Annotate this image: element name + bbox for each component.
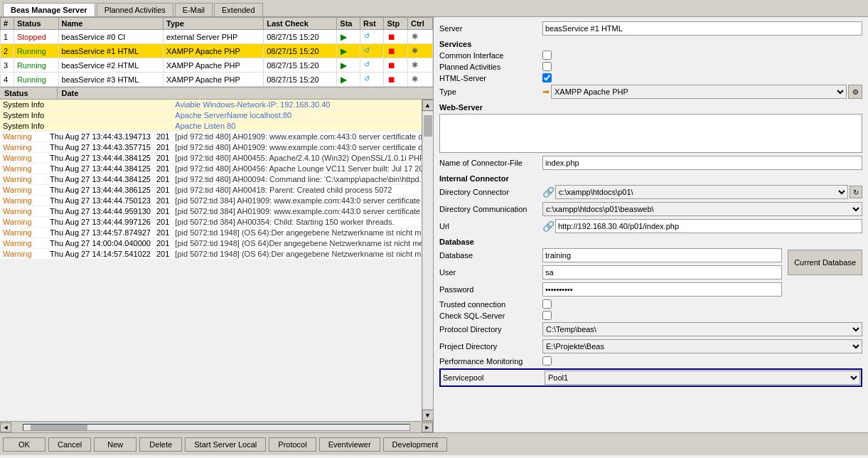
- delete-button[interactable]: Delete: [139, 437, 182, 452]
- tab-extended[interactable]: Extended: [214, 3, 262, 16]
- dir-connector-label: Directory Connector: [439, 188, 542, 196]
- log-area: Status Date System Info Aviable Windows-…: [0, 87, 433, 432]
- dir-communication-label: Directory Communication: [439, 205, 542, 213]
- wrench-icon[interactable]: ✱: [412, 60, 422, 70]
- list-item: Warning Thu Aug 27 13:44:44.750123 201 […: [0, 196, 422, 206]
- tab-beas-manage[interactable]: Beas Manage Server: [3, 3, 95, 16]
- project-dir-select[interactable]: E:\Projekte\Beas: [542, 339, 862, 353]
- restart-icon[interactable]: ↺: [364, 32, 374, 42]
- col-status: Status: [14, 18, 58, 30]
- eventviewer-button[interactable]: Eventviewer: [319, 437, 380, 452]
- tab-email[interactable]: E-Mail: [175, 3, 213, 16]
- services-title: Services: [439, 40, 862, 48]
- table-row[interactable]: 1 Stopped beasService #0 CI external Ser…: [1, 30, 433, 44]
- list-item: System Info Aviable Windows-Network-IP: …: [0, 100, 422, 110]
- table-row[interactable]: 3 Running beasService #2 HTML XAMPP Apac…: [1, 58, 433, 73]
- tab-planned[interactable]: Planned Activities: [97, 3, 173, 16]
- wrench-icon[interactable]: ✱: [412, 46, 422, 56]
- restart-icon[interactable]: ↺: [364, 60, 374, 70]
- col-sta: Sta: [337, 18, 360, 30]
- database-label: Database: [439, 251, 542, 260]
- start-icon[interactable]: ▶: [341, 75, 350, 85]
- check-sql-row: Check SQL-Server: [439, 311, 782, 320]
- cancel-button[interactable]: Cancel: [48, 437, 91, 452]
- restart-icon[interactable]: ↺: [364, 46, 374, 56]
- planned-activities-checkbox[interactable]: [542, 62, 552, 71]
- vertical-scrollbar[interactable]: ▲ ▼: [422, 100, 433, 421]
- type-label: Type: [439, 87, 542, 96]
- start-icon[interactable]: ▶: [341, 46, 350, 56]
- perf-monitoring-row: Performance Monitoring: [439, 356, 862, 366]
- col-name: Name: [58, 18, 164, 30]
- database-section: Database User Password Trusted connectio…: [439, 248, 862, 322]
- html-server-row: HTML-Server: [439, 73, 862, 82]
- trusted-connection-checkbox[interactable]: [542, 299, 552, 309]
- list-item: Warning Thu Aug 27 13:44:44.386125 201 […: [0, 185, 422, 196]
- list-item: Warning Thu Aug 27 13:44:57.874927 201 […: [0, 228, 422, 238]
- col-stp: Stp: [384, 18, 407, 30]
- database-input[interactable]: [542, 248, 782, 262]
- new-button[interactable]: New: [94, 437, 136, 452]
- wrench-icon[interactable]: ✱: [412, 32, 422, 42]
- servicepool-select[interactable]: Pool1: [545, 371, 860, 385]
- type-settings-button[interactable]: ⚙: [848, 85, 862, 99]
- project-dir-label: Project Directory: [439, 342, 542, 351]
- table-row[interactable]: 4 Running beasService #3 HTML XAMPP Apac…: [1, 73, 433, 87]
- stop-icon[interactable]: ⏹: [387, 60, 397, 70]
- dir-connector-refresh-button[interactable]: ↻: [850, 186, 862, 198]
- perf-monitoring-checkbox[interactable]: [542, 356, 552, 366]
- list-item: Warning Thu Aug 27 13:44:44.997126 201 […: [0, 217, 422, 228]
- server-table: # Status Name Type Last Check Sta Rst St…: [0, 17, 433, 87]
- check-sql-label: Check SQL-Server: [439, 311, 542, 320]
- restart-icon[interactable]: ↺: [364, 75, 374, 85]
- list-item: Warning Thu Aug 27 13:44:44.384125 201 […: [0, 174, 422, 185]
- html-server-checkbox[interactable]: [542, 73, 552, 82]
- protocol-button[interactable]: Protocol: [269, 437, 316, 452]
- development-button[interactable]: Development: [383, 437, 448, 452]
- tab-bar: Beas Manage Server Planned Activities E-…: [0, 0, 868, 17]
- list-item: Warning Thu Aug 27 14:00:04.040000 201 […: [0, 238, 422, 249]
- scroll-up-button[interactable]: ▲: [422, 100, 434, 111]
- list-item: System Info Apache Listen 80: [0, 121, 422, 132]
- table-row[interactable]: 2 Running beasService #1 HTML XAMPP Apac…: [1, 44, 433, 58]
- url-label: Url: [439, 222, 542, 230]
- col-ctrl: Ctrl: [407, 18, 432, 30]
- url-input[interactable]: [555, 219, 862, 233]
- common-interface-checkbox[interactable]: [542, 50, 552, 60]
- server-input[interactable]: [542, 21, 862, 36]
- user-label: User: [439, 268, 542, 277]
- stop-icon[interactable]: ⏹: [387, 75, 397, 85]
- col-num: #: [1, 18, 14, 30]
- ok-button[interactable]: OK: [3, 437, 45, 452]
- horizontal-scrollbar[interactable]: ◄ ►: [0, 421, 433, 432]
- user-input[interactable]: [542, 265, 782, 279]
- dir-connector-select[interactable]: c:\xampp\htdocs\p01\: [555, 185, 848, 199]
- connector-file-input[interactable]: [542, 156, 862, 170]
- server-row: Server: [439, 21, 862, 36]
- scroll-down-button[interactable]: ▼: [422, 410, 434, 421]
- dir-communication-row: Directory Communication c:\xampp\htdocs\…: [439, 202, 862, 216]
- common-interface-label: Common Interface: [439, 51, 542, 60]
- current-database-button[interactable]: Current Database: [788, 250, 862, 275]
- scroll-right-button[interactable]: ►: [422, 422, 433, 432]
- start-icon[interactable]: ▶: [341, 60, 350, 70]
- scroll-left-button[interactable]: ◄: [0, 422, 11, 432]
- html-server-label: HTML-Server: [439, 74, 542, 82]
- dir-communication-select[interactable]: c:\xampp\htdocs\p01\beasweb\: [542, 202, 862, 216]
- wrench-icon[interactable]: ✱: [412, 75, 422, 85]
- protocol-dir-label: Protocol Directory: [439, 325, 542, 334]
- password-input[interactable]: [542, 282, 782, 297]
- right-panel: Server Services Common Interface Planned…: [434, 17, 868, 432]
- check-sql-checkbox[interactable]: [542, 311, 552, 320]
- start-server-button[interactable]: Start Server Local: [185, 437, 266, 452]
- list-item: Warning Thu Aug 27 14:14:57.541022 201 […: [0, 249, 422, 260]
- url-row: Url 🔗: [439, 219, 862, 233]
- project-dir-row: Project Directory E:\Projekte\Beas: [439, 339, 862, 353]
- connector-file-label: Name of Connector-File: [439, 159, 542, 167]
- type-arrow-icon: ➡: [542, 87, 550, 97]
- type-select[interactable]: XAMPP Apache PHP: [551, 85, 847, 99]
- stop-icon[interactable]: ⏹: [387, 32, 397, 42]
- protocol-dir-select[interactable]: C:\Temp\beas\: [542, 322, 862, 336]
- start-icon[interactable]: ▶: [341, 32, 350, 42]
- stop-icon[interactable]: ⏹: [387, 46, 397, 56]
